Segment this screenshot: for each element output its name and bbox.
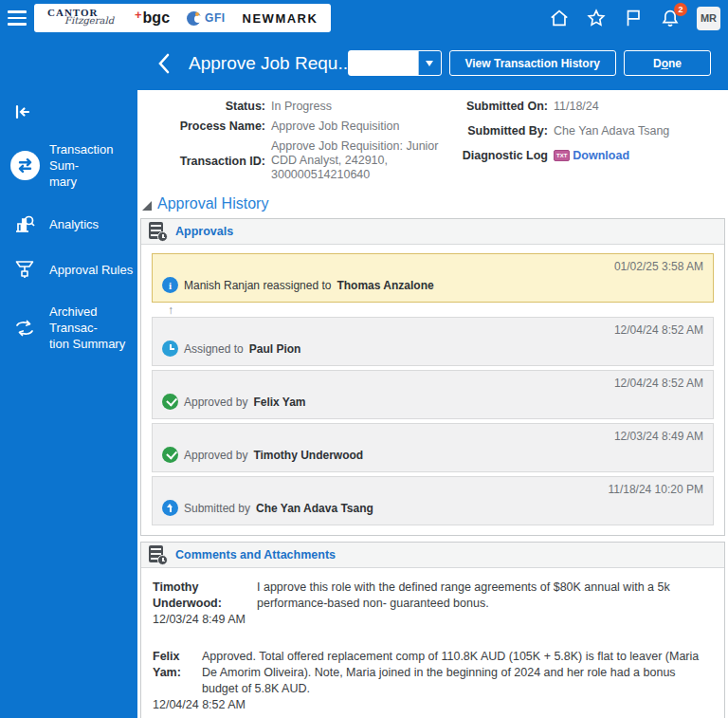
sidebar: Transaction Sum- mary Analytics — [0, 90, 137, 718]
process-name-value: Approve Job Requisition — [271, 120, 400, 133]
home-icon[interactable] — [549, 8, 570, 28]
txt-file-icon: TXT — [554, 150, 570, 161]
sidebar-collapse-icon[interactable] — [6, 100, 40, 124]
comments-panel: Comments and Attachments Timothy Underwo… — [140, 542, 725, 718]
process-name-label: Process Name: — [140, 120, 265, 133]
bgc-logo: + bgc — [135, 10, 170, 26]
entry-date: 01/02/25 3:58 AM — [162, 260, 703, 273]
approvals-panel: Approvals 01/02/25 3:58 AM i Manish Ranj… — [140, 218, 725, 536]
page-title: Approve Job Requ... — [189, 53, 348, 74]
entry-date: 12/04/24 8:52 AM — [162, 323, 703, 337]
page-header: Approve Job Requ... Actions View Transac… — [0, 36, 728, 90]
diagnostic-log-label: Diagnostic Log — [446, 149, 548, 162]
approval-history-title: Approval History — [157, 195, 268, 212]
comment-date: 12/03/24 8:49 AM — [153, 612, 713, 628]
view-transaction-history-button[interactable]: View Transaction History — [449, 50, 617, 76]
comments-panel-title: Comments and Attachments — [175, 548, 336, 562]
transaction-id-value: Approve Job Requisition: Junior CDD Anal… — [271, 139, 446, 182]
approval-entry-approved-1: 12/04/24 8:52 AM Approved by Felix Yam — [152, 370, 714, 419]
approval-history-section-header[interactable]: Approval History — [142, 195, 725, 212]
entry-date: 11/18/24 10:20 PM — [162, 483, 703, 496]
flag-icon[interactable] — [623, 8, 644, 28]
actions-button[interactable]: Actions — [349, 51, 417, 75]
submitted-up-arrow-icon — [162, 500, 178, 516]
status-label: Status: — [140, 100, 265, 113]
approval-rules-icon — [8, 258, 42, 281]
comments-panel-header: Comments and Attachments — [141, 543, 724, 568]
submitted-on-label: Submitted On: — [446, 100, 548, 113]
sidebar-item-archived-transaction-summary[interactable]: Archived Transac- tion Summary — [0, 304, 137, 352]
transaction-id-label: Transaction ID: — [140, 155, 265, 168]
comment-item: Felix Yam: Approved. Total offered repla… — [153, 649, 713, 713]
top-app-bar: CANTOR Fitzgerald + bgc GFI NEWMARK — [0, 0, 728, 36]
actions-dropdown-toggle[interactable] — [418, 51, 441, 75]
archived-transactions-icon — [8, 317, 42, 340]
chevron-down-icon — [426, 61, 433, 66]
submitted-by-value: Che Yan Adava Tsang — [554, 124, 669, 138]
entry-date: 12/03/24 8:49 AM — [162, 430, 703, 443]
collapse-triangle-icon — [142, 201, 152, 211]
info-icon: i — [162, 277, 178, 293]
approval-entry-reassigned: 01/02/25 3:58 AM i Manish Ranjan reassig… — [152, 253, 714, 303]
gfi-logo: GFI — [187, 11, 226, 26]
submitted-by-label: Submitted By: — [446, 124, 548, 138]
sidebar-item-transaction-summary[interactable]: Transaction Sum- mary — [0, 141, 137, 190]
cantor-fitzgerald-logo: CANTOR Fitzgerald — [47, 7, 118, 29]
approvals-panel-header: Approvals — [141, 219, 724, 245]
history-document-icon — [147, 221, 168, 242]
status-value: In Progress — [271, 100, 332, 113]
pending-clock-icon — [162, 341, 178, 357]
newmark-logo: NEWMARK — [243, 11, 318, 26]
approval-entry-approved-2: 12/03/24 8:49 AM Approved by Timothy Und… — [152, 423, 714, 472]
done-button[interactable]: Done — [624, 50, 711, 76]
main-content: Status: In Progress Process Name: Approv… — [137, 90, 728, 718]
approved-check-icon — [162, 394, 178, 410]
actions-split-button: Actions — [348, 50, 441, 76]
comment-author: Timothy Underwood: — [153, 580, 247, 612]
approvals-panel-title: Approvals — [175, 225, 233, 238]
approved-check-icon — [162, 447, 178, 463]
submitted-on-value: 11/18/24 — [554, 100, 599, 113]
gfi-mark-icon — [187, 11, 201, 26]
favorites-star-icon[interactable] — [586, 8, 607, 28]
history-document-icon — [147, 544, 168, 565]
comment-date: 12/04/24 8:52 AM — [153, 697, 713, 713]
comment-text: Approved. Total offered replacement comp… — [202, 649, 713, 697]
entry-date: 12/04/24 8:52 AM — [162, 377, 703, 390]
sidebar-item-analytics[interactable]: Analytics — [0, 212, 137, 235]
notification-count-badge: 2 — [674, 3, 687, 16]
comment-text: I approve this role with the defined ran… — [257, 580, 713, 612]
notifications-bell-icon[interactable]: 2 — [660, 8, 681, 28]
analytics-icon — [8, 212, 42, 235]
hamburger-menu-icon[interactable] — [0, 10, 34, 26]
approval-entry-assigned: 12/04/24 8:52 AM Assigned to Paul Pion — [152, 317, 714, 366]
approval-entry-submitted: 11/18/24 10:20 PM Submitted by Che Yan A… — [152, 476, 714, 525]
brand-logo-group: CANTOR Fitzgerald + bgc GFI NEWMARK — [34, 4, 331, 32]
transaction-summary-icon — [8, 151, 42, 180]
sidebar-item-approval-rules[interactable]: Approval Rules — [0, 258, 137, 281]
timeline-up-arrow-icon: ↑ — [152, 303, 714, 317]
download-link[interactable]: Download — [573, 149, 629, 162]
user-avatar[interactable]: MR — [697, 7, 720, 30]
comment-author: Felix Yam: — [153, 649, 192, 697]
transaction-fields: Status: In Progress Process Name: Approv… — [140, 98, 725, 182]
back-chevron-icon[interactable] — [155, 51, 173, 76]
comment-item: Timothy Underwood: I approve this role w… — [153, 580, 713, 628]
